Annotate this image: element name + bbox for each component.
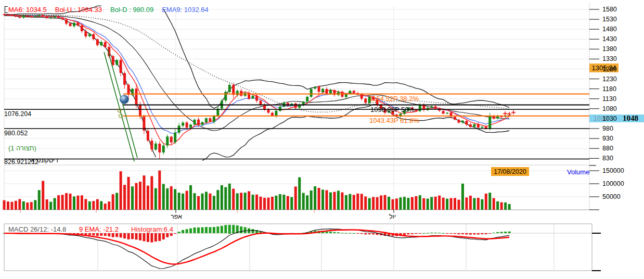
price-tick-label: 1030 [602, 115, 617, 122]
price-tick-label: 930 [602, 135, 613, 142]
price-tick-label: 980 [602, 125, 613, 132]
macd-hist-label: Histogram:6.4 [131, 225, 173, 233]
level-980-label: 980.052 [4, 130, 28, 137]
price-tick-label: 1230 [602, 75, 617, 83]
price-tick-label: 1330 [602, 55, 617, 62]
price-tick-label: 1480 [602, 26, 617, 33]
price-tick-label: 1530 [602, 16, 617, 23]
fib-50-label: 1098.98P 50% [370, 106, 415, 113]
legend-bol-u: Bol-U : 1084.33 [55, 6, 102, 14]
price-tick-label: 1180 [602, 85, 616, 93]
volume-tick-label: 100000 [602, 180, 624, 187]
price-tick-label: 1280 [602, 66, 617, 73]
level-1076-label: 1076.204 [4, 110, 31, 118]
volume-tick-label: 50000 [602, 193, 621, 200]
date-badge: 17/08/2020 [491, 167, 529, 176]
axis-ticks-layer [20, 9, 599, 213]
price-tick-label: 1130 [602, 95, 616, 103]
legend-ema9: EMA9: 1032.64 [162, 6, 209, 14]
volume-tick-label: 150000 [602, 167, 624, 174]
ball-marker [120, 95, 129, 104]
price-tick-label: 880 [602, 145, 613, 152]
legend-bol-d: Bol-D : 980.09 [110, 6, 153, 14]
last-price-value: 1048 [623, 114, 638, 123]
legend-bracket-mark [5, 6, 8, 13]
volume-title: Volume [567, 169, 589, 176]
trading-chart-window: MA6: 1034.5 Bol-U : 1084.33 Bol-D : 980.… [0, 0, 644, 279]
month-label-jul: יול [389, 213, 396, 220]
price-tick-label: 1380 [602, 45, 617, 53]
candles-layer [3, 14, 511, 159]
price-tick-label: 1580 [602, 6, 617, 13]
fib-382-label: 1154.52P 38.2% [369, 95, 419, 103]
fib-618-label: 1043.43P 61.8% [369, 117, 419, 124]
indicator-legend: MA6: 1034.5 Bol-U : 1084.33 Bol-D : 980.… [8, 6, 209, 14]
instrument-name-label: דיסקונט א : [27, 157, 58, 164]
price-tick-label: 1080 [602, 105, 617, 112]
macd-label: MACD 26/12: -14.8 [8, 225, 66, 233]
price-tick-label: 830 [602, 155, 613, 162]
month-label-apr: אפר [171, 213, 182, 220]
price-tick-label: 1430 [602, 35, 617, 43]
config-annotation: (תצורה 1) [8, 145, 36, 153]
chart-canvas[interactable] [0, 0, 644, 279]
volume-bars-layer [3, 171, 511, 210]
macd-signal-label: 9 EMA: -21.2 [79, 225, 119, 233]
legend-ma6: MA6: 1034.5 [8, 6, 47, 14]
